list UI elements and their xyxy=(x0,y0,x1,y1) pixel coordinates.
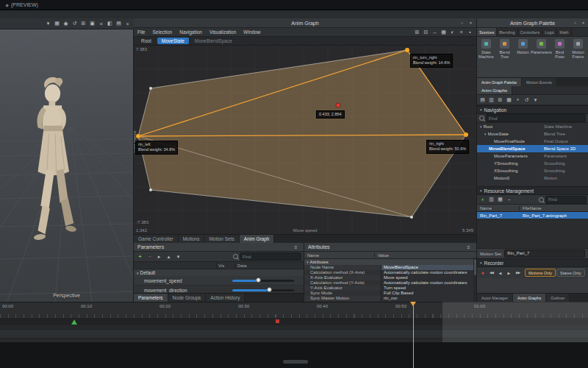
tab-anim-graph-palette[interactable]: Anim Graph Palette xyxy=(477,78,522,86)
breadcrumb-movestate[interactable]: MoveState xyxy=(157,38,189,44)
step-back-icon[interactable]: ◀ xyxy=(496,269,504,277)
graph-toolbar-icon[interactable]: ▦ xyxy=(440,28,448,36)
attribute-row[interactable]: Node NameMoveBlendSpace xyxy=(304,265,476,270)
remove-parameter-icon[interactable]: − xyxy=(146,252,154,261)
attribute-row[interactable]: Sync Master Motionrin_run xyxy=(304,296,476,301)
tree-row-moveblendspace[interactable]: MoveBlendSpaceBlend Space 2D xyxy=(477,145,588,152)
attribute-row[interactable]: X-Axis EvaluatorMove speed xyxy=(304,275,476,280)
tree-row-movestate[interactable]: MoveStateBlend Tree xyxy=(477,130,588,138)
navigation-section-header[interactable]: Navigation xyxy=(477,105,588,114)
close-icon[interactable]: × xyxy=(467,19,475,27)
viewport-tool-icon[interactable]: ↺ xyxy=(71,20,79,28)
tab-parameters[interactable]: Parameters xyxy=(134,294,168,302)
tab-math[interactable]: Math xyxy=(557,28,571,36)
palette-item-state-machine[interactable]: State Machine xyxy=(477,37,495,59)
blendspace-canvas[interactable]: 7.383 -7.383 1.342 5.345 Move speed Turn… xyxy=(134,46,476,234)
viewport-tool-icon[interactable]: ▤ xyxy=(115,20,123,28)
viewport-3d[interactable]: Perspective xyxy=(0,29,134,302)
save-all-icon[interactable]: ▦ xyxy=(505,96,513,104)
viewport-tool-icon[interactable]: × xyxy=(123,20,132,28)
parameters-header[interactable]: Parameters ≡ xyxy=(134,243,304,252)
move-up-icon[interactable]: ▴ xyxy=(165,252,173,261)
anim-graph-titlebar[interactable]: Anim Graph ▫ × xyxy=(134,18,476,28)
viewport-tool-icon[interactable]: ▣ xyxy=(88,20,96,28)
tab-logic[interactable]: Logic xyxy=(542,28,557,36)
event-marker[interactable] xyxy=(276,319,279,323)
tab-controllers[interactable]: Controllers xyxy=(518,28,543,36)
add-icon[interactable]: + xyxy=(478,196,487,204)
viewport-tool-icon[interactable]: ⊞ xyxy=(79,20,87,28)
attribute-row[interactable]: Calculation method (X-Axis)Automatically… xyxy=(304,270,476,275)
viewport-tool-icon[interactable]: ◧ xyxy=(106,20,114,28)
palette-item-motion[interactable]: Motion xyxy=(514,37,532,54)
tab-motion-events[interactable]: Motion Events xyxy=(522,78,557,86)
parameters-search-input[interactable] xyxy=(240,252,301,261)
remove-icon[interactable]: − xyxy=(505,196,513,204)
viewport-tool-icon[interactable]: ▦ xyxy=(53,20,61,28)
parameter-group-row[interactable]: Default xyxy=(134,269,304,276)
tab-anim-graphs[interactable]: Anim Graphs xyxy=(477,86,512,94)
tree-row-movefinalnode[interactable]: MoveFinalNodeFinal Output xyxy=(477,138,588,145)
viewport-tool-icon[interactable]: ▾ xyxy=(44,20,52,28)
tree-row-xsmoothing[interactable]: XSmoothingSmoothing xyxy=(477,167,588,174)
open-icon[interactable]: ▥ xyxy=(487,96,495,104)
open-icon[interactable]: ▥ xyxy=(487,196,495,204)
menu-window[interactable]: Window xyxy=(240,29,264,35)
tab-anim-graph[interactable]: Anim Graph xyxy=(240,235,275,243)
add-parameter-icon[interactable]: + xyxy=(136,252,144,261)
tree-row-root[interactable]: RootState Machine xyxy=(477,123,588,130)
play-icon[interactable]: ▶ xyxy=(505,269,513,277)
record-icon[interactable]: ● xyxy=(478,269,487,277)
navigation-search-input[interactable] xyxy=(486,114,586,122)
menu-file[interactable]: File xyxy=(134,29,148,35)
motions-only-button[interactable]: Motions Only xyxy=(525,269,556,277)
recorder-section-header[interactable]: Recorder xyxy=(477,258,588,267)
graph-toolbar-icon[interactable]: ↔ xyxy=(431,28,439,36)
window-titlebar[interactable]: ◆ (PREVIEW) xyxy=(0,0,588,10)
more-icon[interactable]: ▾ xyxy=(531,96,539,104)
parameter-slider[interactable] xyxy=(232,289,294,291)
skip-back-icon[interactable]: ◀◀ xyxy=(487,269,495,277)
tree-row-ysmoothing[interactable]: YSmoothingSmoothing xyxy=(477,160,588,167)
breadcrumb-root[interactable]: Root xyxy=(138,38,154,43)
attribute-row[interactable]: Calculation method (Y-Axis)Automatically… xyxy=(304,280,476,286)
palette-item-parameters[interactable]: Parameters xyxy=(532,37,551,54)
resource-row[interactable]: Rin_Part_7 Rin_Part_7.animgraph xyxy=(477,212,588,219)
parameter-row[interactable]: movement_speed xyxy=(134,276,304,286)
viewport-camera-label[interactable]: Perspective xyxy=(0,293,133,298)
loop-start-marker[interactable] xyxy=(71,319,77,325)
close-icon[interactable]: × xyxy=(579,19,587,27)
graph-toolbar-icon[interactable]: ◐ xyxy=(448,28,456,36)
tab-sources[interactable]: Sources xyxy=(477,28,497,36)
playhead[interactable] xyxy=(413,302,414,368)
resource-management-header[interactable]: Resource Management xyxy=(477,186,588,195)
attribute-row[interactable]: Sync ModeFull Clip Based xyxy=(304,291,476,296)
float-icon[interactable]: ▫ xyxy=(458,19,466,27)
tab-anim-graphs-bottom[interactable]: Anim Graphs xyxy=(513,294,546,302)
graph-toolbar-icon[interactable]: ⊞ xyxy=(413,28,421,36)
tab-motion-sets[interactable]: Motion Sets xyxy=(204,235,239,243)
graph-toolbar-icon[interactable]: ▪ xyxy=(466,28,474,36)
tab-action-history[interactable]: Action History xyxy=(206,294,245,302)
attributes-section-row[interactable]: Attributes xyxy=(304,259,476,265)
tree-row-moveparameters[interactable]: MoveParametersParameters xyxy=(477,152,588,160)
viewport-tool-icon[interactable]: ◉ xyxy=(62,20,70,28)
states-only-button[interactable]: States Only xyxy=(556,269,584,277)
tab-motions[interactable]: Motions xyxy=(179,235,205,243)
save-icon[interactable]: ⊞ xyxy=(496,96,504,104)
tab-actor-manager[interactable]: Actor Manager xyxy=(477,294,513,302)
file-icon[interactable]: ▤ xyxy=(478,96,487,104)
tab-node-groups[interactable]: Node Groups xyxy=(168,294,207,302)
menu-navigation[interactable]: Navigation xyxy=(176,29,206,35)
skip-forward-icon[interactable]: ▶▶ xyxy=(514,269,522,277)
new-icon[interactable]: + xyxy=(514,96,522,104)
resource-search-input[interactable] xyxy=(545,196,587,204)
undo-icon[interactable]: ↺ xyxy=(523,96,531,104)
tab-blending[interactable]: Blending xyxy=(497,28,517,36)
tab-outliner[interactable]: Outliner xyxy=(546,294,570,302)
graph-toolbar-icon[interactable]: ≡ xyxy=(457,28,465,36)
save-icon[interactable]: ▦ xyxy=(496,196,504,204)
float-icon[interactable]: ▫ xyxy=(571,19,579,27)
graph-toolbar-icon[interactable]: ⊟ xyxy=(422,28,430,36)
move-down-icon[interactable]: ▾ xyxy=(174,252,182,261)
